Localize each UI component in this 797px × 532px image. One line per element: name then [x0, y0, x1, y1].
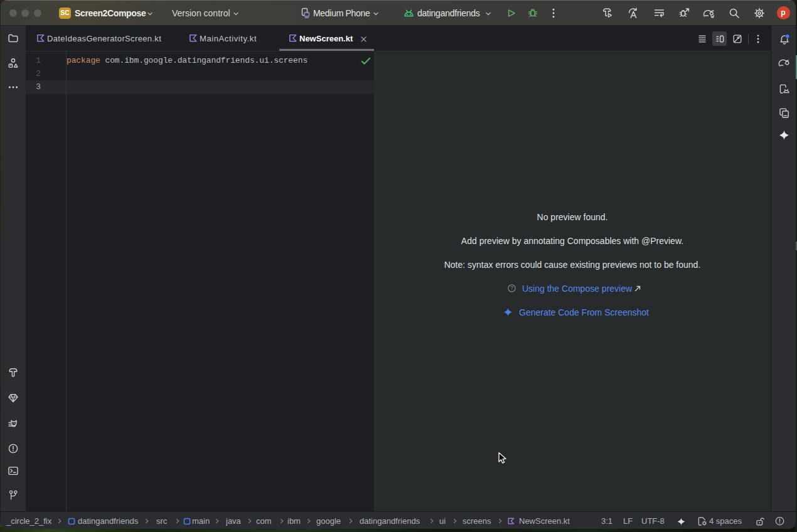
svg-text:?: ?: [510, 285, 513, 291]
